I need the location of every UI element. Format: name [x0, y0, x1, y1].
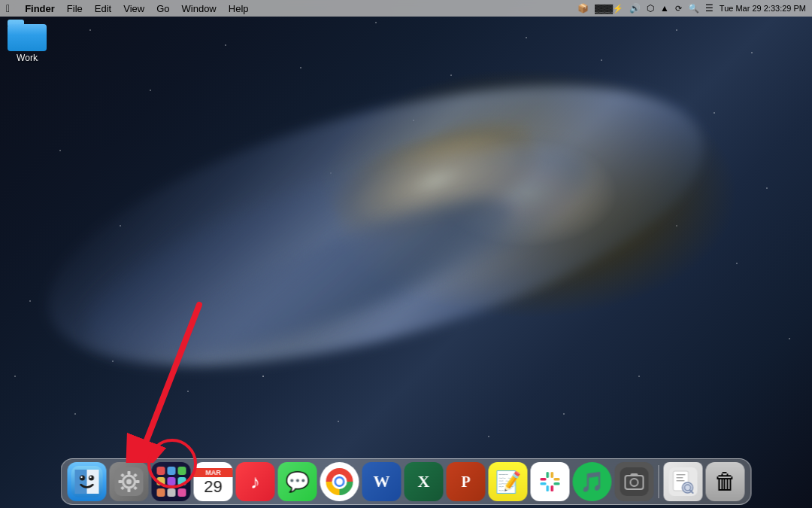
- menu-file[interactable]: File: [67, 3, 83, 14]
- desktop-folder-work[interactable]: Work: [5, 17, 50, 66]
- notes-icon-glyph: 📝: [495, 470, 521, 494]
- folder-icon: [8, 20, 47, 51]
- svg-line-1: [147, 305, 199, 440]
- finder-icon-face: [68, 462, 107, 501]
- dock-item-excel[interactable]: X: [404, 462, 444, 501]
- search-icon[interactable]: 🔍: [688, 3, 699, 14]
- wifi-icon[interactable]: ▲: [660, 3, 669, 14]
- menu-finder[interactable]: Finder: [25, 3, 55, 14]
- dock-item-spotify[interactable]: 🎵: [573, 462, 612, 501]
- svg-rect-10: [128, 471, 131, 475]
- svg-point-4: [89, 476, 94, 481]
- svg-rect-11: [128, 488, 131, 492]
- menubar-left:  Finder File Edit View Go Window Help: [6, 2, 249, 14]
- time-machine-icon[interactable]: ⟳: [675, 4, 682, 14]
- battery-icon[interactable]: ▓▓▓⚡: [595, 4, 623, 14]
- volume-icon[interactable]: 🔊: [629, 3, 641, 14]
- svg-rect-26: [554, 482, 560, 485]
- svg-point-3: [80, 476, 85, 481]
- menubar:  Finder File Edit View Go Window Help 📦…: [0, 0, 812, 17]
- menu-view[interactable]: View: [123, 3, 144, 14]
- dock-item-finder[interactable]: [68, 462, 107, 501]
- svg-point-6: [89, 476, 91, 478]
- dock-item-calendar[interactable]: MAR 29: [194, 462, 233, 501]
- svg-point-20: [336, 479, 343, 485]
- music-note-icon: ♪: [250, 470, 260, 494]
- dock-item-messages[interactable]: 💬: [278, 462, 317, 501]
- menu-help[interactable]: Help: [229, 3, 249, 14]
- folder-label: Work: [17, 53, 38, 63]
- dock-item-preview[interactable]: [664, 462, 703, 501]
- svg-rect-13: [136, 480, 140, 483]
- svg-point-5: [80, 476, 82, 478]
- svg-rect-27: [547, 485, 550, 491]
- desktop:  Finder File Edit View Go Window Help 📦…: [0, 0, 812, 508]
- menu-edit[interactable]: Edit: [95, 3, 111, 14]
- menu-window[interactable]: Window: [182, 3, 217, 14]
- dock-item-chrome[interactable]: [320, 462, 359, 501]
- bluetooth-icon[interactable]: ⬡: [647, 3, 654, 14]
- powerpoint-letter: P: [461, 473, 470, 491]
- svg-rect-22: [541, 482, 547, 485]
- word-letter: W: [374, 472, 390, 491]
- notification-icon[interactable]: ☰: [705, 3, 714, 14]
- excel-letter: X: [418, 472, 430, 491]
- svg-rect-37: [677, 480, 685, 482]
- trash-bin-icon: 🗑: [714, 469, 737, 494]
- dock-separator: [659, 465, 659, 498]
- svg-rect-23: [547, 472, 550, 478]
- svg-rect-24: [551, 472, 554, 478]
- svg-point-9: [126, 479, 132, 485]
- menu-go[interactable]: Go: [156, 3, 169, 14]
- dock-item-music[interactable]: ♪: [236, 462, 275, 501]
- dock-item-photos[interactable]: [615, 462, 654, 501]
- svg-rect-29: [620, 467, 649, 496]
- messages-bubble-icon: 💬: [286, 470, 310, 494]
- dock-item-trash[interactable]: 🗑: [706, 462, 745, 501]
- svg-rect-35: [677, 474, 686, 476]
- calendar-month: MAR: [194, 468, 233, 477]
- dock-item-launchpad[interactable]: [152, 462, 191, 501]
- dropbox-icon[interactable]: 📦: [577, 3, 589, 14]
- annotation-arrow: [124, 297, 244, 466]
- datetime-display: Tue Mar 29 2:33:29 PM: [720, 4, 806, 13]
- dock-item-word[interactable]: W: [362, 462, 401, 501]
- svg-rect-25: [554, 478, 560, 481]
- dock-item-notes[interactable]: 📝: [489, 462, 528, 501]
- spotify-icon-glyph: 🎵: [580, 470, 604, 494]
- dock-item-system-preferences[interactable]: [110, 462, 149, 501]
- apple-menu[interactable]: : [6, 2, 10, 14]
- svg-rect-28: [551, 485, 554, 491]
- dock-item-powerpoint[interactable]: P: [447, 462, 486, 501]
- svg-rect-36: [677, 477, 683, 479]
- svg-rect-21: [541, 478, 547, 481]
- dock-item-slack[interactable]: [531, 462, 570, 501]
- menubar-right: 📦 ▓▓▓⚡ 🔊 ⬡ ▲ ⟳ 🔍 ☰ Tue Mar 29 2:33:29 PM: [577, 3, 806, 14]
- folder-body: [8, 24, 47, 51]
- svg-rect-32: [631, 473, 638, 476]
- svg-rect-12: [119, 480, 123, 483]
- calendar-day: 29: [204, 477, 222, 495]
- arrow-svg: [124, 297, 244, 463]
